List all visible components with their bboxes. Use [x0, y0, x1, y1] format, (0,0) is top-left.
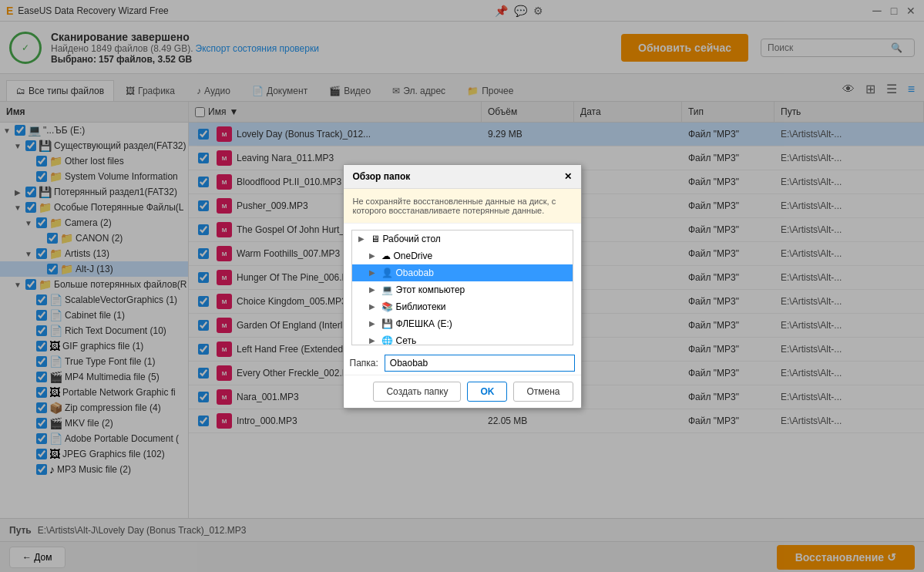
tree-item-label: Obaobab	[396, 267, 434, 278]
tree-arrow: ▶	[369, 251, 378, 260]
folder-label: Папка:	[350, 358, 378, 368]
dialog-overlay: Обзор папок ✕ Не сохраняйте восстановлен…	[0, 0, 924, 572]
dialog-folder-row: Папка:	[344, 352, 581, 375]
tree-arrow: ▶	[369, 336, 378, 345]
network-icon: 🌐	[381, 335, 393, 345]
new-folder-button[interactable]: Создать папку	[373, 382, 461, 402]
computer-icon: 💻	[381, 284, 393, 295]
ok-button[interactable]: OK	[467, 382, 507, 402]
dialog-warning: Не сохраняйте восстановленные данные на …	[344, 189, 581, 224]
dialog-tree-flash[interactable]: ▶ 💾 ФЛЕШКА (E:)	[352, 315, 573, 332]
dialog-tree-onedrive[interactable]: ▶ ☁ OneDrive	[352, 247, 573, 264]
dialog-tree-network[interactable]: ▶ 🌐 Сеть	[352, 332, 573, 345]
dialog-tree-obaobab[interactable]: ▶ 👤 Obaobab	[352, 264, 573, 281]
onedrive-icon: ☁	[381, 251, 391, 261]
folder-input[interactable]	[385, 355, 575, 372]
dialog-buttons: Создать папку OK Отмена	[344, 375, 581, 408]
dialog-tree-libraries[interactable]: ▶ 📚 Библиотеки	[352, 298, 573, 315]
tree-arrow: ▶	[369, 285, 378, 294]
tree-arrow: ▶	[358, 234, 368, 243]
drive-icon: 💾	[381, 318, 393, 329]
tree-arrow: ▶	[369, 319, 378, 328]
dialog-title-text: Обзор папок	[353, 171, 411, 182]
dialog-title-bar: Обзор папок ✕	[344, 165, 581, 189]
tree-item-label: Этот компьютер	[396, 284, 465, 295]
dialog-close-button[interactable]: ✕	[564, 171, 572, 182]
browse-folder-dialog: Обзор папок ✕ Не сохраняйте восстановлен…	[343, 164, 582, 409]
dialog-folder-tree[interactable]: ▶ 🖥 Рабочий стол ▶ ☁ OneDrive ▶ 👤 Obaoba…	[351, 230, 573, 345]
tree-item-label: ФЛЕШКА (E:)	[396, 318, 452, 329]
tree-arrow: ▶	[369, 268, 378, 277]
tree-item-label: Сеть	[396, 335, 417, 345]
dialog-tree-desktop[interactable]: ▶ 🖥 Рабочий стол	[352, 230, 573, 247]
cancel-button[interactable]: Отмена	[513, 382, 573, 402]
library-icon: 📚	[381, 301, 393, 312]
desktop-icon: 🖥	[371, 234, 380, 244]
dialog-tree-thispc[interactable]: ▶ 💻 Этот компьютер	[352, 281, 573, 298]
tree-item-label: Рабочий стол	[383, 234, 441, 244]
tree-item-label: OneDrive	[394, 251, 433, 261]
tree-arrow: ▶	[369, 302, 378, 311]
tree-item-label: Библиотеки	[396, 301, 446, 312]
user-icon: 👤	[381, 267, 393, 278]
